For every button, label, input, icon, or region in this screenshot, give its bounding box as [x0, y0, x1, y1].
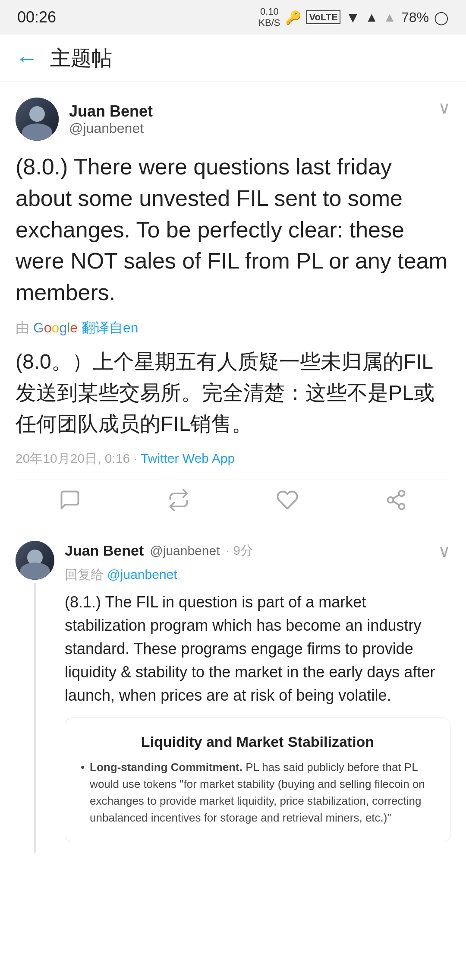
translate-bar[interactable]: 由 Google 翻译自en [16, 319, 450, 338]
tweet-meta: 20年10月20日, 0:16 · Twitter Web App [16, 450, 450, 468]
reply-user-name[interactable]: Juan Benet [65, 542, 144, 559]
tweet-chinese-text: (8.0。）上个星期五有人质疑一些未归属的FIL发送到某些交易所。完全清楚：这些… [16, 346, 450, 439]
reply-icon [59, 489, 81, 516]
reply-avatar[interactable] [16, 541, 54, 580]
thread-line [34, 583, 36, 853]
g-blue: G [33, 320, 44, 335]
retweet-button[interactable] [167, 489, 190, 516]
reply-to-handle[interactable]: @juanbenet [107, 567, 177, 582]
g-red2: e [70, 320, 78, 335]
reply-text: (8.1.) The FIL in question is part of a … [65, 591, 450, 707]
tweet-main-text: (8.0.) There were questions last friday … [16, 151, 450, 308]
tweet-source: Twitter Web App [141, 451, 235, 465]
reply-header: Juan Benet @juanbenet · 9分 ∨ [65, 541, 450, 561]
reply-user-handle[interactable]: @juanbenet [150, 544, 220, 558]
battery-level: 78% [401, 9, 429, 25]
bullet-text: Long-standing Commitment. PL has said pu… [90, 759, 435, 826]
page-title: 主题帖 [50, 44, 112, 72]
g-blue2: g [59, 320, 67, 335]
reply-thread: Juan Benet @juanbenet · 9分 ∨ 回复给 @juanbe… [0, 527, 466, 853]
user-handle[interactable]: @juanbenet [69, 120, 153, 136]
back-button[interactable]: ← [16, 47, 38, 70]
sim-icon: ▲ [383, 10, 396, 25]
chevron-down-icon[interactable]: ∨ [438, 98, 450, 117]
thread-right: Juan Benet @juanbenet · 9分 ∨ 回复给 @juanbe… [65, 541, 450, 853]
share-button[interactable] [385, 489, 407, 516]
meta-separator: · [130, 451, 141, 465]
like-button[interactable] [276, 489, 299, 516]
svg-line-4 [393, 495, 400, 499]
avatar[interactable] [16, 98, 59, 141]
bullet-dot: • [81, 759, 85, 826]
network-speed: 0.10 KB/S [258, 6, 280, 29]
share-icon [385, 489, 407, 516]
wifi-icon: ▼ [346, 9, 360, 26]
reply-chevron-icon[interactable]: ∨ [438, 541, 450, 561]
tweet-header-left: Juan Benet @juanbenet [16, 98, 153, 141]
user-info: Juan Benet @juanbenet [69, 102, 153, 136]
tweet-header: Juan Benet @juanbenet ∨ [16, 98, 450, 141]
card-bullet: • Long-standing Commitment. PL has said … [81, 759, 435, 826]
reply-avatar-image [16, 541, 54, 580]
google-label: Google [33, 320, 78, 335]
status-bar: 00:26 0.10 KB/S 🔑 VoLTE ▼ ▲ ▲ 78% ◯ [0, 0, 466, 35]
retweet-icon [167, 489, 190, 516]
status-icons: 0.10 KB/S 🔑 VoLTE ▼ ▲ ▲ 78% ◯ [258, 6, 449, 29]
embedded-card: Liquidity and Market Stabilization • Lon… [65, 718, 450, 842]
translate-prefix: 由 [16, 320, 33, 335]
g-red: o [44, 320, 52, 335]
svg-line-3 [393, 501, 400, 505]
user-name[interactable]: Juan Benet [69, 102, 153, 120]
reply-to-prefix: 回复给 [65, 567, 107, 582]
reply-button[interactable] [59, 489, 81, 516]
like-icon [276, 489, 299, 516]
battery-icon: ◯ [434, 10, 449, 25]
top-navigation: ← 主题帖 [0, 35, 466, 82]
bullet-bold: Long-standing Commitment. [90, 761, 242, 774]
key-icon: 🔑 [285, 10, 301, 25]
main-tweet-card: Juan Benet @juanbenet ∨ (8.0.) There wer… [0, 82, 466, 527]
translate-link[interactable]: 翻译自en [78, 320, 138, 335]
reply-header-left: Juan Benet @juanbenet · 9分 [65, 542, 253, 560]
avatar-image [16, 98, 59, 141]
reply-to-line: 回复给 @juanbenet [65, 566, 450, 584]
g-yellow: o [52, 320, 60, 335]
tweet-actions [16, 480, 450, 527]
card-title: Liquidity and Market Stabilization [81, 733, 435, 750]
tweet-date: 20年10月20日, 0:16 [16, 451, 130, 465]
signal-icon: ▲ [365, 10, 378, 25]
thread-left [16, 541, 54, 853]
status-time: 00:26 [17, 8, 56, 26]
reply-time: · 9分 [226, 542, 253, 560]
volte-icon: VoLTE [306, 10, 340, 24]
